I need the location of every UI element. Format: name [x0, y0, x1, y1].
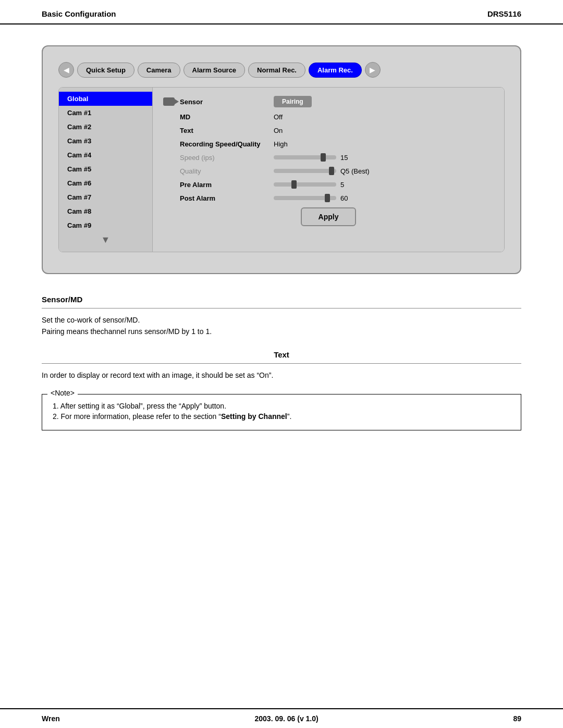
- quality-slider-thumb[interactable]: [329, 167, 334, 175]
- pre-alarm-slider-track[interactable]: [274, 182, 336, 187]
- cam-list-scroll-icon: ▼: [59, 232, 152, 248]
- post-alarm-label: Post Alarm: [180, 194, 274, 202]
- page-footer: Wren 2003. 09. 06 (v 1.0) 89: [0, 708, 563, 728]
- pairing-button[interactable]: Pairing: [274, 96, 312, 107]
- note-box: <Note> 1. After setting it as “Global”, …: [42, 394, 521, 430]
- cam-list-cam8[interactable]: Cam #8: [59, 204, 152, 218]
- text-divider: [42, 363, 521, 364]
- speed-ips-value: 15: [340, 154, 372, 162]
- text-label: Text: [180, 127, 274, 134]
- cam-list-cam7[interactable]: Cam #7: [59, 190, 152, 204]
- header-left: Basic Configuration: [42, 9, 116, 18]
- speed-ips-label: Speed (ips): [180, 154, 274, 162]
- text-value: On: [274, 127, 283, 134]
- tab-alarm-rec[interactable]: Alarm Rec.: [309, 63, 362, 78]
- sensor-md-divider: [42, 308, 521, 309]
- cam-list-cam1[interactable]: Cam #1: [59, 106, 152, 120]
- pre-alarm-slider-container: 5: [274, 181, 372, 189]
- pre-alarm-label: Pre Alarm: [180, 181, 274, 189]
- tab-next-button[interactable]: ▶: [365, 62, 381, 78]
- cam-list: Global Cam #1 Cam #2 Cam #3 Cam #4 Cam #…: [59, 88, 153, 252]
- speed-ips-row: Speed (ips) 15: [163, 153, 494, 162]
- rec-speed-label: Recording Speed/Quality: [180, 140, 274, 148]
- cam-list-cam5[interactable]: Cam #5: [59, 162, 152, 176]
- md-label: MD: [180, 113, 274, 121]
- sensor-md-section: Sensor/MD Set the co-work of sensor/MD. …: [42, 295, 521, 336]
- footer-right: 89: [513, 714, 521, 723]
- sensor-md-heading: Sensor/MD: [42, 295, 521, 304]
- speed-ips-slider-container: 15: [274, 154, 372, 162]
- cam-list-cam6[interactable]: Cam #6: [59, 176, 152, 190]
- cam-list-cam3[interactable]: Cam #3: [59, 134, 152, 148]
- post-alarm-slider-container: 60: [274, 194, 372, 202]
- text-heading: Text: [42, 350, 521, 359]
- post-alarm-slider-track[interactable]: [274, 196, 336, 200]
- text-section: Text In order to display or record text …: [42, 350, 521, 379]
- camera-icon: [163, 97, 175, 106]
- note-label: <Note>: [47, 389, 78, 397]
- footer-center: 2003. 09. 06 (v 1.0): [254, 714, 318, 723]
- tab-bar: ◀ Quick Setup Camera Alarm Source Normal…: [58, 62, 505, 78]
- note-item-1: 1. After setting it as “Global”, press t…: [53, 402, 510, 410]
- main-content: ◀ Quick Setup Camera Alarm Source Normal…: [0, 24, 563, 708]
- speed-ips-slider-track[interactable]: [274, 155, 336, 159]
- quality-slider-track[interactable]: [274, 169, 336, 173]
- text-p1: In order to display or record text with …: [42, 371, 521, 379]
- footer-left: Wren: [42, 714, 60, 723]
- post-alarm-slider-thumb[interactable]: [325, 194, 330, 202]
- cam-list-cam2[interactable]: Cam #2: [59, 120, 152, 134]
- md-row: MD Off: [163, 113, 494, 121]
- ui-panel: ◀ Quick Setup Camera Alarm Source Normal…: [42, 45, 521, 274]
- tab-camera[interactable]: Camera: [138, 63, 180, 78]
- rec-speed-value: High: [274, 140, 288, 148]
- tab-prev-button[interactable]: ◀: [58, 62, 74, 78]
- post-alarm-value: 60: [340, 194, 372, 202]
- note-item-2: 2. For more information, please refer to…: [53, 412, 510, 421]
- sensor-label: Sensor: [180, 98, 274, 106]
- page-header: Basic Configuration DRS5116: [0, 0, 563, 24]
- cam-list-global[interactable]: Global: [59, 92, 152, 106]
- quality-slider-container: Q5 (Best): [274, 167, 372, 175]
- quality-label: Quality: [180, 167, 274, 175]
- sensor-row: Sensor Pairing: [163, 96, 494, 107]
- settings-panel: Sensor Pairing MD Off Text On: [153, 88, 504, 252]
- post-alarm-row: Post Alarm 60: [163, 194, 494, 202]
- header-right: DRS5116: [487, 9, 521, 18]
- pre-alarm-row: Pre Alarm 5: [163, 180, 494, 189]
- speed-ips-slider-thumb[interactable]: [321, 153, 326, 162]
- rec-speed-row: Recording Speed/Quality High: [163, 140, 494, 148]
- tab-alarm-source[interactable]: Alarm Source: [183, 63, 246, 78]
- quality-row: Quality Q5 (Best): [163, 167, 494, 175]
- inner-panel: Global Cam #1 Cam #2 Cam #3 Cam #4 Cam #…: [58, 87, 505, 252]
- sensor-md-p2: Pairing means thechannel runs sensor/MD …: [42, 327, 521, 336]
- pre-alarm-slider-thumb[interactable]: [291, 180, 297, 189]
- tab-quick-setup[interactable]: Quick Setup: [77, 63, 134, 78]
- cam-list-cam4[interactable]: Cam #4: [59, 148, 152, 162]
- pre-alarm-value: 5: [340, 181, 372, 189]
- tab-normal-rec[interactable]: Normal Rec.: [248, 63, 305, 78]
- cam-list-cam9[interactable]: Cam #9: [59, 218, 152, 232]
- quality-value: Q5 (Best): [340, 167, 372, 175]
- md-value: Off: [274, 113, 283, 121]
- sensor-md-p1: Set the co-work of sensor/MD.: [42, 316, 521, 324]
- apply-button[interactable]: Apply: [301, 207, 357, 226]
- text-row: Text On: [163, 126, 494, 134]
